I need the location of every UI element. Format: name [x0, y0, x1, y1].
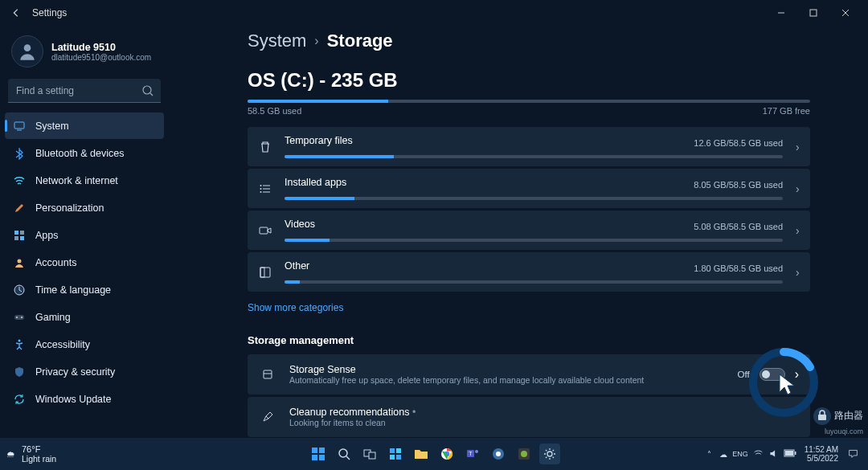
wifi-tray-icon[interactable]: [753, 448, 764, 460]
svg-point-17: [21, 317, 23, 318]
nav-windows-update[interactable]: Windows Update: [5, 386, 164, 412]
avatar: [11, 35, 43, 67]
svg-point-55: [547, 452, 552, 456]
category-title: Installed apps: [285, 177, 346, 188]
battery-tray-icon[interactable]: [784, 449, 796, 459]
minimize-button[interactable]: [765, 2, 797, 24]
apps-icon: [13, 229, 26, 242]
chevron-right-icon: ›: [795, 367, 799, 382]
chevron-right-icon: ›: [796, 266, 800, 279]
teams-icon[interactable]: T: [462, 443, 483, 464]
svg-rect-28: [264, 370, 272, 378]
explorer-icon[interactable]: [411, 443, 432, 464]
close-button[interactable]: [829, 2, 862, 24]
settings-taskbar-icon[interactable]: [539, 443, 560, 464]
svg-rect-10: [20, 231, 24, 235]
search-box[interactable]: [8, 79, 161, 103]
weather-temp: 76°F: [22, 444, 56, 454]
nav-gaming[interactable]: Gaming: [5, 304, 164, 330]
system-tray[interactable]: ˄ ☁ ENG 11:52 AM 5/5/2022: [707, 445, 862, 463]
nav-time-language[interactable]: Time & language: [5, 276, 164, 303]
svg-rect-9: [14, 231, 18, 235]
chevron-right-icon: ›: [796, 224, 800, 237]
storage-category-temporary-files[interactable]: Temporary files12.6 GB/58.5 GB used›: [248, 127, 810, 166]
nav-system[interactable]: System: [5, 112, 164, 139]
taskbar-clock[interactable]: 11:52 AM 5/5/2022: [805, 445, 841, 463]
nav-accessibility[interactable]: Accessibility: [5, 331, 164, 358]
svg-point-22: [260, 185, 262, 186]
svg-rect-26: [260, 268, 270, 277]
nav-bluetooth[interactable]: Bluetooth & devices: [5, 140, 164, 166]
task-view-button[interactable]: [359, 443, 380, 464]
maximize-button[interactable]: [797, 2, 829, 24]
card-title: Storage Sense: [289, 364, 644, 375]
toggle-state-label: Off: [738, 370, 750, 379]
chevron-right-icon: ›: [314, 34, 318, 48]
cleanup-recommendations-card[interactable]: Cleanup recommendations • Looking for it…: [248, 397, 810, 437]
nav-label: Accessibility: [35, 339, 90, 350]
svg-rect-15: [14, 315, 24, 320]
taskbar-center: T: [308, 438, 560, 470]
nav-apps[interactable]: Apps: [5, 222, 164, 248]
search-button[interactable]: [334, 443, 354, 464]
back-button[interactable]: [6, 3, 26, 22]
nav-network[interactable]: Network & internet: [5, 167, 164, 194]
svg-rect-1: [810, 10, 817, 16]
broom-icon: [259, 408, 276, 426]
svg-line-6: [150, 93, 153, 96]
storage-category-videos[interactable]: Videos5.08 GB/58.5 GB used›: [248, 210, 810, 250]
storage-category-installed-apps[interactable]: Installed apps8.05 GB/58.5 GB used›: [248, 169, 810, 208]
svg-point-54: [521, 451, 527, 457]
nav-list: System Bluetooth & devices Network & int…: [5, 112, 164, 412]
profile-block[interactable]: Latitude 9510 dlatitude9510@outlook.com: [5, 31, 164, 79]
svg-rect-12: [20, 236, 24, 240]
nav-privacy[interactable]: Privacy & security: [5, 358, 164, 385]
svg-rect-27: [260, 268, 264, 277]
storage-category-other[interactable]: Other1.80 GB/58.5 GB used›: [248, 252, 810, 292]
nav-label: Bluetooth & devices: [35, 148, 125, 159]
profile-name: Latitude 9510: [51, 42, 151, 53]
svg-point-4: [24, 44, 31, 51]
language-indicator[interactable]: ENG: [732, 450, 748, 458]
weather-widget[interactable]: 🌧 76°F Light rain: [6, 444, 56, 464]
svg-rect-37: [319, 455, 325, 460]
svg-point-5: [143, 86, 151, 94]
start-button[interactable]: [308, 443, 329, 464]
category-title: Videos: [285, 219, 315, 230]
svg-rect-41: [369, 452, 375, 459]
watermark: 路由器 luyouqi.com: [813, 407, 863, 436]
nav-personalization[interactable]: Personalization: [5, 194, 164, 221]
widgets-button[interactable]: [385, 443, 406, 464]
account-icon: [13, 256, 26, 269]
show-more-categories-link[interactable]: Show more categories: [248, 302, 343, 313]
breadcrumb-current: Storage: [327, 31, 393, 51]
tray-chevron-icon[interactable]: ˄: [707, 450, 711, 459]
svg-rect-57: [785, 451, 793, 456]
bluetooth-icon: [13, 147, 26, 160]
onedrive-icon[interactable]: ☁: [719, 450, 727, 459]
nav-label: Time & language: [35, 284, 111, 296]
chrome-icon[interactable]: [436, 443, 457, 464]
notifications-icon[interactable]: [845, 448, 862, 460]
update-icon: [13, 393, 26, 406]
volume-tray-icon[interactable]: [768, 448, 779, 460]
search-input[interactable]: [8, 79, 161, 103]
storage-sense-toggle[interactable]: [760, 368, 785, 381]
app-icon[interactable]: [488, 443, 509, 464]
camtasia-icon[interactable]: [514, 443, 534, 464]
svg-point-13: [18, 259, 22, 263]
svg-point-38: [339, 449, 347, 457]
category-usage: 8.05 GB/58.5 GB used: [694, 180, 783, 190]
svg-point-52: [496, 452, 501, 456]
nav-label: System: [35, 121, 69, 132]
breadcrumb-parent[interactable]: System: [248, 31, 306, 51]
storage-sense-card[interactable]: Storage Sense Automatically free up spac…: [248, 354, 810, 394]
nav-accounts[interactable]: Accounts: [5, 249, 164, 276]
wifi-icon: [13, 174, 26, 187]
category-title: Other: [285, 260, 309, 272]
accessibility-icon: [13, 338, 26, 351]
system-icon: [13, 120, 26, 133]
nav-label: Gaming: [35, 312, 71, 323]
weather-icon: 🌧: [6, 449, 15, 459]
svg-point-16: [16, 317, 18, 318]
